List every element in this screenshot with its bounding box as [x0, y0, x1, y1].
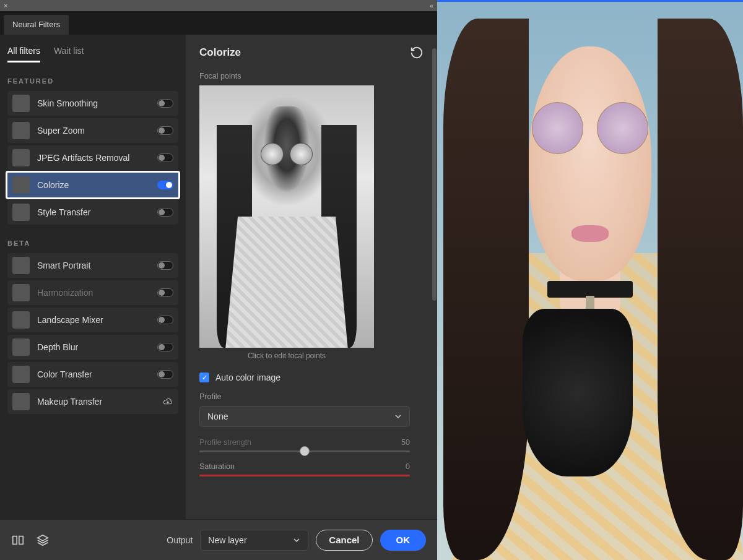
- filter-thumb: [12, 284, 30, 301]
- filter-thumb: [12, 338, 30, 356]
- scrollbar[interactable]: [432, 48, 437, 345]
- filter-label: Landscape Mixer: [37, 315, 150, 325]
- slider-value: 50: [401, 438, 410, 447]
- focal-points-preview[interactable]: [199, 85, 374, 348]
- collapse-icon[interactable]: «: [430, 2, 433, 9]
- filter-depth-blur[interactable]: Depth Blur: [7, 335, 178, 360]
- filter-thumb: [12, 95, 30, 112]
- check-icon: ✓: [199, 373, 209, 382]
- select-value: New layer: [208, 535, 246, 545]
- filter-thumb: [12, 257, 30, 274]
- svg-rect-1: [19, 536, 23, 544]
- download-icon[interactable]: [162, 397, 173, 406]
- filter-label: Color Transfer: [37, 369, 150, 379]
- subtab-all-filters[interactable]: All filters: [7, 46, 40, 62]
- filter-thumb: [12, 311, 30, 329]
- filter-landscape-mixer[interactable]: Landscape Mixer: [7, 308, 178, 332]
- close-icon[interactable]: ×: [4, 2, 7, 9]
- filter-thumb: [12, 366, 30, 383]
- chevron-down-icon: [293, 536, 300, 544]
- checkbox-label: Auto color image: [215, 373, 280, 382]
- tab-bar: Neural Filters: [0, 11, 437, 35]
- output-label: Output: [167, 535, 193, 545]
- toggle[interactable]: [157, 316, 173, 324]
- footer: Output New layer Cancel OK: [0, 519, 437, 560]
- subtab-wait-list[interactable]: Wait list: [54, 46, 84, 62]
- toggle[interactable]: [157, 288, 173, 297]
- profile-label: Profile: [199, 392, 424, 401]
- toggle[interactable]: [157, 153, 173, 162]
- filter-label: Style Transfer: [37, 207, 150, 217]
- cancel-button[interactable]: Cancel: [316, 530, 372, 551]
- filter-label: Skin Smoothing: [37, 98, 150, 108]
- filter-thumb: [12, 204, 30, 221]
- filter-label: Super Zoom: [37, 126, 150, 136]
- filter-label: Depth Blur: [37, 342, 150, 352]
- toggle[interactable]: [157, 126, 173, 135]
- ok-button[interactable]: OK: [380, 530, 427, 551]
- toggle[interactable]: [157, 208, 173, 217]
- filter-makeup-transfer[interactable]: Makeup Transfer: [7, 389, 178, 414]
- svg-rect-0: [13, 536, 17, 544]
- filter-label: Smart Portrait: [37, 261, 150, 270]
- auto-color-checkbox[interactable]: ✓ Auto color image: [199, 373, 424, 382]
- saturation-slider[interactable]: Saturation 0: [199, 462, 410, 476]
- filters-sidebar: All filters Wait list FEATURED Skin Smoo…: [0, 35, 186, 560]
- layers-icon[interactable]: [36, 533, 50, 547]
- output-select[interactable]: New layer: [200, 530, 308, 551]
- filter-thumb: [12, 176, 30, 194]
- settings-title: Colorize: [199, 46, 241, 59]
- filter-label: Harmonization: [37, 288, 150, 298]
- filter-color-transfer[interactable]: Color Transfer: [7, 362, 178, 387]
- slider-label: Saturation: [199, 462, 235, 471]
- toggle[interactable]: [157, 261, 173, 270]
- filter-settings: Colorize Focal points Click to edit foca…: [186, 35, 437, 560]
- filter-thumb: [12, 149, 30, 166]
- chevron-down-icon: [394, 413, 402, 420]
- profile-strength-slider[interactable]: Profile strength 50: [199, 438, 410, 452]
- filter-super-zoom[interactable]: Super Zoom: [7, 118, 178, 143]
- focal-points-caption: Click to edit focal points: [199, 351, 374, 360]
- compare-icon[interactable]: [11, 533, 25, 547]
- tab-neural-filters[interactable]: Neural Filters: [4, 15, 69, 35]
- section-beta: BETA: [7, 239, 178, 247]
- image-canvas[interactable]: [437, 0, 743, 560]
- toggle[interactable]: [157, 370, 173, 379]
- filter-harmonization[interactable]: Harmonization: [7, 280, 178, 305]
- profile-select[interactable]: None: [199, 406, 410, 427]
- section-featured: FEATURED: [7, 77, 178, 85]
- toggle[interactable]: [157, 99, 173, 108]
- filter-label: Makeup Transfer: [37, 397, 155, 407]
- filter-label: JPEG Artifacts Removal: [37, 153, 150, 163]
- panel-top-bar: × «: [0, 0, 437, 11]
- filter-thumb: [12, 122, 30, 139]
- filter-thumb: [12, 393, 30, 410]
- filter-style-transfer[interactable]: Style Transfer: [7, 200, 178, 225]
- slider-value: 0: [406, 462, 410, 471]
- slider-label: Profile strength: [199, 438, 251, 447]
- filter-jpeg-artifacts[interactable]: JPEG Artifacts Removal: [7, 145, 178, 170]
- filter-skin-smoothing[interactable]: Skin Smoothing: [7, 91, 178, 116]
- toggle[interactable]: [157, 181, 173, 189]
- filter-label: Colorize: [37, 180, 150, 190]
- select-value: None: [207, 411, 228, 421]
- reset-icon[interactable]: [410, 46, 424, 59]
- focal-points-label: Focal points: [199, 72, 424, 80]
- filter-colorize[interactable]: Colorize: [6, 171, 180, 199]
- filter-smart-portrait[interactable]: Smart Portrait: [7, 253, 178, 278]
- toggle[interactable]: [157, 343, 173, 351]
